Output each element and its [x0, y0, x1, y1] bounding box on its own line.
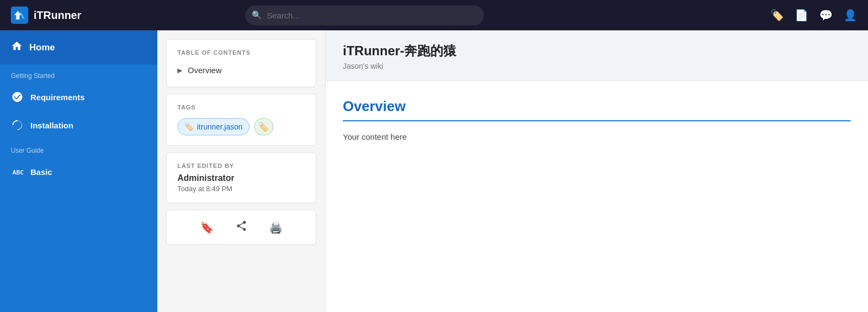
toc-card: TABLE OF CONTENTS ▶ Overview — [166, 39, 316, 87]
doc-section-title: Overview — [343, 98, 851, 121]
requirements-label: Requirements — [30, 93, 85, 102]
share-button[interactable] — [233, 218, 250, 237]
tag-chip-itrunner-jason[interactable]: 🏷️ itrunner.jason — [177, 118, 250, 135]
main-layout: Home Getting Started Requirements Instal… — [0, 30, 868, 312]
tag-label: itrunner.jason — [197, 122, 242, 131]
doc-header: iTRunner-奔跑的猿 Jason's wiki — [326, 30, 868, 81]
tag-icon-chip: 🏷️ — [184, 122, 194, 131]
tag-list: 🏷️ itrunner.jason 🏷️ — [177, 118, 305, 135]
edit-icon[interactable]: 📄 — [795, 9, 808, 22]
sidebar: Home Getting Started Requirements Instal… — [0, 30, 157, 312]
sidebar-section-user-guide: User Guide — [0, 139, 157, 158]
svg-text:ABC: ABC — [12, 170, 23, 176]
action-card: 🔖 🖨️ — [166, 210, 316, 245]
notification-icon[interactable]: 💬 — [819, 9, 833, 22]
search-icon: 🔍 — [252, 10, 262, 20]
doc-content: Your content here — [343, 132, 851, 141]
basic-label: Basic — [30, 167, 52, 177]
home-icon — [11, 40, 23, 55]
sidebar-item-home[interactable]: Home — [0, 30, 157, 64]
brand: iTRunner — [11, 6, 98, 24]
spinner-icon — [11, 119, 24, 132]
home-label: Home — [29, 42, 55, 53]
installation-label: Installation — [30, 121, 73, 130]
meta-author: Administrator — [177, 173, 305, 183]
tags-label: TAGS — [177, 104, 305, 110]
tag-chip-empty[interactable]: 🏷️ — [254, 118, 273, 135]
bookmark-button[interactable]: 🔖 — [198, 219, 216, 236]
check-circle-icon — [11, 90, 24, 103]
meta-time: Today at 8:49 PM — [177, 185, 305, 193]
toc-overview-label: Overview — [188, 66, 222, 75]
side-panel: TABLE OF CONTENTS ▶ Overview TAGS 🏷️ itr… — [157, 30, 326, 312]
tag-icon[interactable]: 🏷️ — [770, 9, 784, 22]
toc-item-overview[interactable]: ▶ Overview — [177, 63, 305, 77]
abc-icon: ABC — [11, 165, 24, 178]
doc-title: iTRunner-奔跑的猿 — [343, 42, 851, 60]
doc-subtitle: Jason's wiki — [343, 62, 851, 70]
chevron-right-icon: ▶ — [177, 67, 182, 74]
navbar: iTRunner 🔍 🏷️ 📄 💬 👤 — [0, 0, 868, 30]
meta-label: LAST EDITED BY — [177, 162, 305, 169]
sidebar-item-basic[interactable]: ABC Basic — [0, 158, 157, 186]
search-bar[interactable]: 🔍 — [245, 5, 484, 25]
search-input[interactable] — [245, 5, 484, 25]
toc-label: TABLE OF CONTENTS — [177, 49, 305, 56]
sidebar-item-installation[interactable]: Installation — [0, 111, 157, 139]
sidebar-section-getting-started: Getting Started — [0, 64, 157, 83]
tags-card: TAGS 🏷️ itrunner.jason 🏷️ — [166, 94, 316, 146]
user-icon[interactable]: 👤 — [844, 9, 857, 22]
doc-main: iTRunner-奔跑的猿 Jason's wiki Overview Your… — [326, 30, 868, 312]
sidebar-item-requirements[interactable]: Requirements — [0, 83, 157, 111]
doc-body: Overview Your content here — [326, 81, 868, 159]
meta-card: LAST EDITED BY Administrator Today at 8:… — [166, 152, 316, 203]
tag-add-icon: 🏷️ — [258, 122, 269, 132]
print-button[interactable]: 🖨️ — [267, 219, 285, 236]
navbar-actions: 🏷️ 📄 💬 👤 — [770, 9, 857, 22]
brand-name: iTRunner — [34, 9, 81, 22]
brand-icon — [11, 6, 28, 24]
content-area: TABLE OF CONTENTS ▶ Overview TAGS 🏷️ itr… — [157, 30, 868, 312]
